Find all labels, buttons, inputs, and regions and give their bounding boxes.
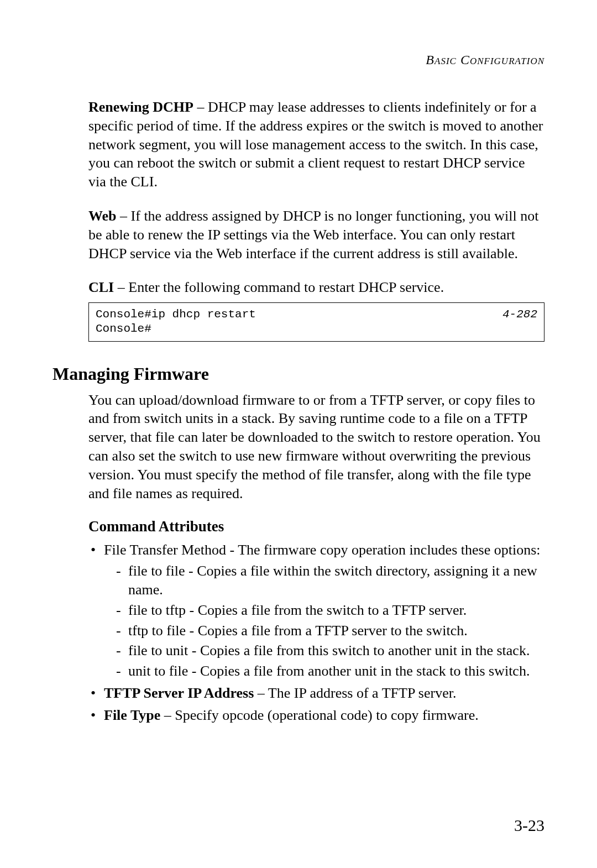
sub-tftp-to-file: tftp to file - Copies a file from a TFTP… <box>116 621 544 640</box>
sub-file-to-file: file to file - Copies a file within the … <box>116 562 544 599</box>
section-body: You can upload/download firmware to or f… <box>88 391 544 725</box>
section-intro: You can upload/download firmware to or f… <box>88 391 544 503</box>
cli-code-block: Console#ip dhcp restart Console#4-282 <box>88 302 544 342</box>
body-tftp-ip: – The IP address of a TFTP server. <box>254 685 456 701</box>
section-heading-managing-firmware: Managing Firmware <box>53 364 544 384</box>
code-line-1: Console#ip dhcp restart <box>96 308 256 321</box>
code-line-2: Console# <box>96 322 151 335</box>
bullet-file-transfer-method: File Transfer Method - The firmware copy… <box>88 541 544 681</box>
sub-file-to-unit: file to unit - Copies a file from this s… <box>116 641 544 660</box>
paragraph-web: Web – If the address assigned by DHCP is… <box>88 207 544 263</box>
file-transfer-sublist: file to file - Copies a file within the … <box>104 562 544 681</box>
body-web: – If the address assigned by DHCP is no … <box>88 208 538 262</box>
header-title: Basic Configuration <box>426 53 544 67</box>
body-content: Renewing DCHP – DHCP may lease addresses… <box>88 98 544 342</box>
lead-cli: CLI <box>88 279 114 295</box>
lead-web: Web <box>88 208 117 224</box>
lead-tftp-ip: TFTP Server IP Address <box>104 685 254 701</box>
page-number: 3-23 <box>514 816 544 835</box>
document-page: Basic Configuration Renewing DCHP – DHCP… <box>0 0 597 868</box>
sub-file-to-tftp: file to tftp - Copies a file from the sw… <box>116 601 544 620</box>
bullet-file-type: File Type – Specify opcode (operational … <box>88 706 544 725</box>
body-cli: – Enter the following command to restart… <box>114 279 444 295</box>
lead-file-type: File Type <box>104 707 160 723</box>
command-attributes-list: File Transfer Method - The firmware copy… <box>88 541 544 724</box>
page-header: Basic Configuration <box>53 53 544 67</box>
subsection-heading-command-attributes: Command Attributes <box>88 518 544 535</box>
bullet-tftp-server-ip: TFTP Server IP Address – The IP address … <box>88 684 544 703</box>
paragraph-renewing-dhcp: Renewing DCHP – DHCP may lease addresses… <box>88 98 544 191</box>
lead-renewing: Renewing DCHP <box>88 99 193 115</box>
body-file-type: – Specify opcode (operational code) to c… <box>160 707 478 723</box>
code-reference: 4-282 <box>502 307 537 322</box>
paragraph-cli: CLI – Enter the following command to res… <box>88 278 544 297</box>
bullet-text: File Transfer Method - The firmware copy… <box>104 542 540 558</box>
sub-unit-to-file: unit to file - Copies a file from anothe… <box>116 662 544 681</box>
